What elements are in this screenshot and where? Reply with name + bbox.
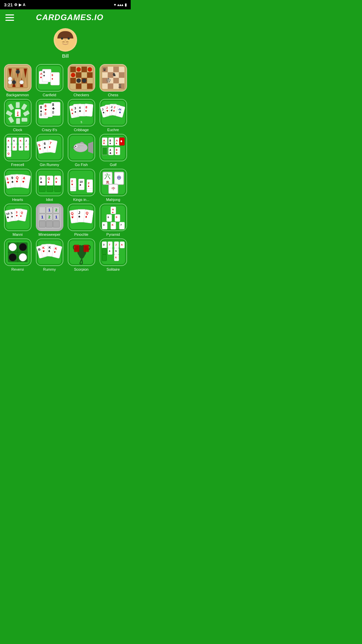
battery-icon: ▮ (125, 3, 127, 7)
game-icon-mahjong: 六 萬 ⊕ 中 (100, 169, 127, 196)
svg-point-16 (8, 80, 12, 84)
svg-text:Q: Q (16, 176, 18, 180)
svg-rect-36 (76, 72, 81, 78)
svg-rect-199 (39, 186, 45, 192)
svg-text:♠: ♠ (44, 146, 46, 149)
game-label-backgammon: Backgammon (6, 93, 29, 97)
game-label-clock: Clock (13, 128, 22, 132)
svg-text:K: K (112, 223, 114, 226)
svg-text:♛: ♛ (103, 67, 107, 72)
svg-text:1: 1 (55, 215, 57, 219)
game-item-scorpion[interactable]: Scorpion (66, 238, 96, 271)
svg-rect-321 (102, 248, 106, 255)
svg-text:♥: ♥ (116, 151, 117, 155)
menu-button[interactable] (5, 14, 14, 21)
svg-text:♥: ♥ (16, 179, 18, 183)
svg-rect-40 (76, 84, 81, 89)
svg-marker-154 (88, 142, 93, 154)
game-item-ginrummy[interactable]: 5 ♦ 6 ♠ 7 ♦ Gin Rummy (35, 134, 64, 167)
avatar[interactable] (54, 28, 77, 52)
svg-point-1 (61, 37, 63, 40)
svg-text:六: 六 (104, 173, 111, 180)
svg-text:A: A (55, 177, 57, 180)
game-item-chess[interactable]: ♔ ♞ ♖ ♛ Chess (98, 64, 128, 97)
game-label-pyramid: Pyramid (106, 232, 120, 236)
svg-point-42 (76, 67, 81, 71)
game-item-gofish[interactable]: Go Fish (66, 134, 96, 167)
game-label-chess: Chess (108, 93, 118, 97)
svg-point-156 (75, 146, 76, 147)
game-item-canfield[interactable]: A ♥ 6 ♠ 9 ♦ Canfield (35, 64, 64, 97)
game-item-solitaire[interactable]: 3 7 4 J 9 6 A Solitaire (98, 238, 128, 271)
svg-rect-168 (102, 147, 107, 155)
game-item-reversi[interactable]: Reversi (3, 238, 33, 271)
wifi-icon: ▾ (114, 3, 116, 7)
svg-point-44 (71, 73, 75, 77)
game-icon-chess: ♔ ♞ ♖ ♛ (100, 64, 127, 92)
svg-rect-316 (84, 246, 88, 251)
game-item-pinochle[interactable]: Q ♥ J ♠ Q ♦ Pinochle (66, 204, 96, 236)
game-item-pyramid[interactable]: A ♥ 6 9 3 K 7 Pyramid (98, 204, 128, 236)
game-item-cribbage[interactable]: 4 ♦ 3 ♠ 4 ♣ 8 ♦ 5 Cribbage (66, 99, 96, 132)
game-label-pinochle: Pinochle (74, 232, 88, 236)
game-item-rummy[interactable]: B K ♥ K ♠ K ♦ Rummy (35, 238, 64, 271)
game-item-crazy8[interactable]: 8 ♠ 8 8 ♥ 8 8 ♣ 8 Crazy 8's (35, 99, 64, 132)
game-item-backgammon[interactable]: Backgammon (3, 64, 33, 97)
svg-text:A: A (7, 139, 9, 142)
svg-text:8: 8 (40, 106, 42, 109)
svg-rect-261 (46, 221, 52, 227)
game-item-euchre[interactable]: J ♠ J ♥ J ♣ J ♦ JK ★ Euchre (98, 99, 128, 132)
game-item-hearts[interactable]: 3 ♥ 9 ♠ Q ♥ A ♥ Hearts (3, 169, 33, 202)
svg-point-153 (73, 143, 87, 152)
game-icon-minesweeper: 1 2 1 2 1 (36, 204, 63, 231)
game-icon-clock: 2 ♣ (4, 99, 32, 126)
svg-text:♦: ♦ (120, 139, 122, 144)
svg-text:8: 8 (44, 104, 46, 108)
game-item-clock[interactable]: 2 ♣ Clock (3, 99, 33, 132)
game-item-kings[interactable]: 2 ♥ 10 ♠ 2 ♦ Kings in... (66, 169, 96, 202)
svg-rect-35 (81, 67, 87, 72)
game-item-golf[interactable]: A ♥ 8 ♠ A ♦ 4 ♣ 9 ♥ ♦ Golf (98, 134, 128, 167)
game-item-checkers[interactable]: Checkers (66, 64, 96, 97)
svg-rect-260 (39, 221, 45, 227)
svg-text:♥: ♥ (112, 211, 114, 214)
svg-text:♦: ♦ (48, 180, 49, 184)
svg-text:9: 9 (51, 73, 53, 77)
profile-section: Bill (0, 25, 131, 64)
svg-text:4: 4 (79, 106, 81, 109)
svg-point-294 (9, 243, 16, 251)
game-label-cribbage: Cribbage (74, 128, 89, 132)
game-label-gofish: Go Fish (75, 163, 88, 167)
svg-text:♥: ♥ (103, 142, 105, 145)
svg-text:⊕: ⊕ (117, 174, 121, 181)
game-label-reversi: Reversi (11, 267, 24, 271)
game-label-checkers: Checkers (73, 93, 89, 97)
svg-text:♞: ♞ (112, 71, 116, 77)
play-icon: ▶ (19, 3, 21, 7)
svg-text:♠: ♠ (78, 214, 80, 218)
game-item-freecell[interactable]: A 9 Q 6 4 K 3 J 7 Fre (3, 134, 33, 167)
svg-text:♣: ♣ (52, 106, 55, 110)
svg-rect-314 (75, 246, 78, 251)
hamburger-line-3 (5, 20, 14, 21)
svg-text:J: J (78, 211, 80, 215)
hamburger-line-2 (5, 17, 14, 18)
game-item-manni[interactable]: 10 ♣ 5 ♠ 3 ♥ Q ♦ Manni (3, 204, 33, 236)
game-label-ginrummy: Gin Rummy (40, 163, 59, 167)
avatar-svg (54, 28, 77, 52)
svg-rect-63 (16, 102, 19, 108)
game-icon-golf: A ♥ 8 ♠ A ♦ 4 ♣ 9 ♥ ♦ (100, 134, 127, 161)
svg-text:♦: ♦ (88, 184, 89, 188)
svg-text:♠: ♠ (11, 179, 13, 183)
svg-text:7: 7 (120, 223, 121, 226)
svg-rect-200 (47, 186, 53, 192)
game-icon-scorpion (68, 238, 95, 266)
game-item-idiot[interactable]: 3 ♣ Q ♦ A ♥ Idiot (35, 169, 64, 202)
game-item-minesweeper[interactable]: 1 2 1 2 1 Minesweeper (35, 204, 64, 236)
svg-text:♠: ♠ (74, 110, 76, 113)
game-icon-idiot: 3 ♣ Q ♦ A ♥ (36, 169, 63, 196)
game-icon-checkers (68, 64, 95, 92)
svg-rect-322 (102, 255, 106, 261)
svg-rect-249 (39, 207, 45, 213)
game-item-mahjong[interactable]: 六 萬 ⊕ 中 Mahjong (98, 169, 128, 202)
